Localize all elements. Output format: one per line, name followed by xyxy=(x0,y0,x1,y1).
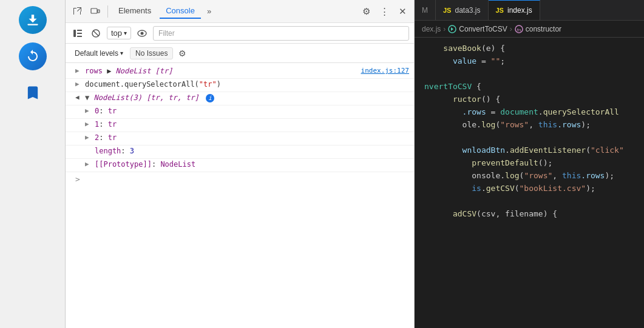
list-item: ◀ ▼ NodeList(3) [tr, tr, tr] i xyxy=(66,92,414,105)
sidebar-toggle-button[interactable] xyxy=(70,26,85,41)
settings-button[interactable]: ⚙ xyxy=(358,4,374,19)
eye-icon[interactable] xyxy=(135,26,149,41)
expand-icon[interactable]: ▶ xyxy=(85,107,92,115)
console-entry-text: 1: tr xyxy=(95,120,409,129)
devtools-toolbar: Elements Console » ⚙ ⋮ ✕ xyxy=(66,0,414,23)
expand-icon[interactable]: ▶ xyxy=(85,120,92,128)
tab-elements[interactable]: Elements xyxy=(112,4,157,19)
default-levels-button[interactable]: Default levels ▾ xyxy=(70,47,127,59)
console-entry-text: ▼ NodeList(3) [tr, tr, tr] i xyxy=(85,93,409,102)
console-prompt[interactable]: > xyxy=(66,172,414,186)
download-icon[interactable] xyxy=(19,6,47,34)
close-devtools-button[interactable]: ✕ xyxy=(395,4,410,19)
code-line: value = ""; xyxy=(415,55,644,68)
breadcrumb-method[interactable]: constructor xyxy=(526,25,561,33)
code-line: onsole.log("rows", this.rows); xyxy=(415,170,644,182)
svg-rect-1 xyxy=(91,8,97,13)
code-line: nvertToCSV { xyxy=(415,81,644,93)
breadcrumb-class[interactable]: ConvertToCSV xyxy=(459,25,507,33)
svg-rect-3 xyxy=(73,30,76,37)
console-entry-text: [[Prototype]]: NodeList xyxy=(95,160,409,169)
code-line: preventDefault(); xyxy=(415,157,644,170)
console-entry-text: length: 3 xyxy=(95,147,409,155)
code-line: wnloadBtn.addEventListener("click" xyxy=(415,144,644,157)
list-item: ▶ rows ▶ NodeList [tr] index.js:127 xyxy=(66,65,414,79)
svg-rect-0 xyxy=(27,24,38,25)
levels-dropdown-icon: ▾ xyxy=(120,50,123,56)
code-line: adCSV(csv, filename) { xyxy=(415,208,644,221)
console-secondary-toolbar: top ▾ xyxy=(66,23,414,44)
tab-m-label: M xyxy=(422,6,428,15)
svg-line-8 xyxy=(93,31,98,36)
svg-rect-6 xyxy=(77,36,82,37)
code-line: .rows = document.querySelectorAll xyxy=(415,106,644,119)
tab-data3js-label: data3.js xyxy=(455,6,480,15)
filter-input[interactable] xyxy=(153,26,409,41)
context-dropdown-icon: ▾ xyxy=(124,30,127,36)
refresh-icon[interactable] xyxy=(19,42,47,70)
more-options-button[interactable]: ⋮ xyxy=(376,4,392,19)
toolbar-divider xyxy=(107,5,108,18)
svg-rect-4 xyxy=(77,30,82,31)
no-issues-badge[interactable]: No Issues xyxy=(130,47,173,59)
clear-console-button[interactable] xyxy=(89,26,103,41)
console-level-toolbar: Default levels ▾ No Issues ⚙ xyxy=(66,44,414,63)
code-editor: M JS data3.js JS index.js dex.js › Conve… xyxy=(415,0,644,328)
console-entry-text: 2: tr xyxy=(95,133,409,142)
inspect-element-button[interactable] xyxy=(69,4,85,19)
convert-icon xyxy=(448,25,456,33)
tab-m[interactable]: M xyxy=(415,0,436,21)
svg-point-10 xyxy=(141,32,144,35)
js-icon: JS xyxy=(443,7,451,14)
editor-tab-bar: M JS data3.js JS index.js xyxy=(415,0,644,21)
context-selector[interactable]: top ▾ xyxy=(107,27,131,39)
editor-breadcrumb: dex.js › ConvertToCSV › fn constructor xyxy=(415,21,644,38)
constructor-icon: fn xyxy=(515,25,523,33)
code-line: ole.log("rows", this.rows); xyxy=(415,119,644,132)
expand-icon[interactable]: ▶ xyxy=(85,133,92,141)
no-issues-label: No Issues xyxy=(135,49,168,58)
list-item: ▶ document.querySelectorAll("tr") xyxy=(66,79,414,92)
sidebar xyxy=(0,0,66,328)
code-line: is.getCSV("bookList.csv"); xyxy=(415,182,644,195)
bookmark-icon[interactable] xyxy=(19,79,47,107)
code-area: saveBook(e) { value = ""; nvertToCSV { r… xyxy=(415,38,644,328)
devtools-panel: Elements Console » ⚙ ⋮ ✕ top ▾ xyxy=(66,0,415,328)
svg-rect-2 xyxy=(98,10,100,13)
code-line: saveBook(e) { xyxy=(415,42,644,55)
breadcrumb-file[interactable]: dex.js xyxy=(422,25,441,33)
svg-text:fn: fn xyxy=(517,27,521,33)
prompt-arrow-icon: > xyxy=(75,175,80,184)
code-line xyxy=(415,68,644,81)
list-item: ▶ 2: tr xyxy=(66,132,414,146)
list-item: ▶ length: 3 xyxy=(66,146,414,159)
collapse-icon[interactable]: ◀ xyxy=(75,93,83,101)
expand-icon[interactable]: ▶ xyxy=(75,80,83,88)
code-line: ructor() { xyxy=(415,93,644,106)
code-line xyxy=(415,132,644,144)
tab-data3js[interactable]: JS data3.js xyxy=(436,0,489,21)
more-tabs-button[interactable]: » xyxy=(203,4,215,18)
tab-indexjs-label: index.js xyxy=(507,6,532,15)
console-entry-text: rows ▶ NodeList [tr] xyxy=(85,67,361,75)
tab-indexjs[interactable]: JS index.js xyxy=(489,0,540,21)
console-output: ▶ rows ▶ NodeList [tr] index.js:127 ▶ do… xyxy=(66,63,414,328)
js-icon: JS xyxy=(496,7,504,14)
svg-rect-5 xyxy=(77,33,82,34)
list-item: ▶ 0: tr xyxy=(66,105,414,119)
expand-icon[interactable]: ▶ xyxy=(75,67,83,75)
default-levels-label: Default levels xyxy=(75,49,118,58)
list-item: ▶ 1: tr xyxy=(66,119,414,132)
device-toggle-button[interactable] xyxy=(87,4,103,19)
info-badge[interactable]: i xyxy=(206,94,214,102)
source-link[interactable]: index.js:127 xyxy=(361,67,409,75)
console-entry-text: document.querySelectorAll("tr") xyxy=(85,80,409,89)
tab-console[interactable]: Console xyxy=(160,4,201,19)
list-item: ▶ [[Prototype]]: NodeList xyxy=(66,159,414,172)
code-line xyxy=(415,195,644,208)
expand-icon[interactable]: ▶ xyxy=(85,160,92,168)
context-label: top xyxy=(111,28,122,38)
console-entry-text: 0: tr xyxy=(95,107,409,115)
issues-settings-button[interactable]: ⚙ xyxy=(175,47,189,60)
